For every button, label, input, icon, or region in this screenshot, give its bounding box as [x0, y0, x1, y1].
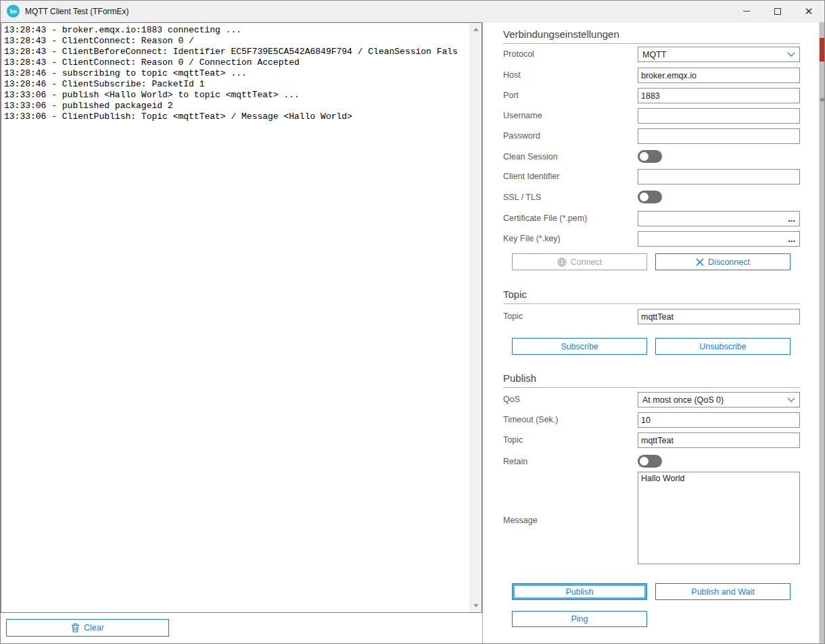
maximize-icon [774, 8, 781, 15]
chevron-down-icon [787, 397, 795, 402]
unsubscribe-button-label: Unsubscribe [699, 342, 746, 351]
clean-session-label: Clean Session [503, 152, 558, 162]
toggle-knob [640, 193, 649, 201]
window-controls: ✕ [731, 1, 824, 22]
host-input[interactable] [638, 68, 800, 83]
log-scrollbar[interactable] [470, 23, 481, 612]
ssl-tls-label: SSL / TLS [503, 193, 541, 202]
host-label: Host [503, 70, 521, 80]
trash-icon [71, 623, 80, 633]
protocol-label: Protocol [503, 49, 534, 59]
username-input[interactable] [638, 108, 800, 124]
disconnect-button[interactable]: Disconnect [655, 253, 791, 270]
settings-panel: Verbindungseinstellungen Protocol MQTT H… [483, 22, 820, 643]
timeout-input[interactable] [638, 412, 800, 428]
publish-topic-input[interactable] [638, 432, 800, 448]
password-label: Password [503, 131, 540, 141]
qos-value: At most once (QoS 0) [642, 395, 787, 405]
clear-button[interactable]: Clear [6, 619, 169, 637]
minimize-icon [743, 11, 750, 11]
client-identifier-input[interactable] [638, 169, 800, 184]
ssl-tls-toggle[interactable] [638, 191, 662, 203]
ping-button[interactable]: Ping [512, 611, 647, 627]
password-input[interactable] [638, 128, 800, 144]
ping-button-label: Ping [571, 614, 588, 624]
scroll-marker-red [820, 38, 824, 61]
unsubscribe-button[interactable]: Unsubscribe [655, 338, 791, 355]
close-icon: ✕ [805, 6, 814, 16]
publish-and-wait-button[interactable]: Publish and Wait [655, 583, 791, 600]
title-bar: be MQTT Client Test (TFormEx) ✕ [1, 1, 824, 22]
message-textarea[interactable]: Hallo World [638, 472, 800, 564]
certificate-browse-button[interactable]: ... [788, 216, 795, 222]
qos-label: QoS [503, 395, 520, 404]
publish-section-header: Publish [503, 372, 800, 388]
key-file-input[interactable]: ... [638, 231, 800, 247]
retain-toggle[interactable] [638, 455, 662, 468]
minimize-button[interactable] [731, 1, 762, 22]
publish-topic-label: Topic [503, 435, 523, 445]
connect-button-label: Connect [571, 257, 603, 267]
close-button[interactable]: ✕ [793, 1, 824, 22]
app-window: be MQTT Client Test (TFormEx) ✕ 13:28:43… [0, 0, 825, 644]
connection-section-header: Verbindungseinstellungen [503, 28, 800, 44]
chevron-down-icon [787, 52, 795, 57]
app-logo-icon: be [7, 5, 20, 18]
x-icon [696, 258, 704, 266]
retain-label: Retain [503, 457, 527, 466]
port-label: Port [503, 91, 519, 100]
topic-input[interactable] [638, 309, 800, 324]
qos-dropdown[interactable]: At most once (QoS 0) [638, 392, 800, 407]
scroll-marker-gray [820, 98, 824, 101]
globe-icon [557, 257, 567, 267]
username-label: Username [503, 111, 542, 120]
certificate-file-input[interactable]: ... [638, 211, 800, 226]
timeout-label: Timeout (Sek.) [503, 415, 559, 424]
log-output[interactable]: 13:28:43 - broker.emqx.io:1883 connectin… [1, 22, 482, 613]
clean-session-toggle[interactable] [638, 150, 662, 163]
clear-button-label: Clear [84, 623, 104, 633]
port-input[interactable] [638, 88, 800, 103]
connect-button[interactable]: Connect [512, 253, 647, 270]
topic-section-header: Topic [503, 289, 800, 304]
scroll-up-icon[interactable] [473, 28, 479, 31]
key-file-browse-button[interactable]: ... [788, 237, 795, 242]
topic-label: Topic [503, 312, 523, 321]
message-label: Message [503, 516, 538, 525]
toggle-knob [640, 152, 649, 161]
maximize-button[interactable] [762, 1, 793, 22]
certificate-file-label: Certificate File (*.pem) [503, 214, 587, 223]
log-lines: 13:28:43 - broker.emqx.io:1883 connectin… [4, 25, 469, 122]
right-edge-scrollbar[interactable] [819, 22, 824, 643]
publish-button-label: Publish [566, 587, 594, 597]
publish-button[interactable]: Publish [512, 583, 647, 600]
client-identifier-label: Client Identifier [503, 172, 559, 181]
key-file-label: Key File (*.key) [503, 234, 561, 243]
subscribe-button[interactable]: Subscribe [512, 338, 647, 355]
window-title: MQTT Client Test (TFormEx) [25, 7, 129, 16]
subscribe-button-label: Subscribe [561, 342, 598, 351]
protocol-value: MQTT [642, 50, 787, 59]
scroll-down-icon[interactable] [473, 604, 479, 608]
protocol-dropdown[interactable]: MQTT [638, 47, 800, 62]
disconnect-button-label: Disconnect [708, 257, 750, 267]
toggle-knob [640, 457, 649, 466]
publish-and-wait-button-label: Publish and Wait [691, 587, 754, 597]
